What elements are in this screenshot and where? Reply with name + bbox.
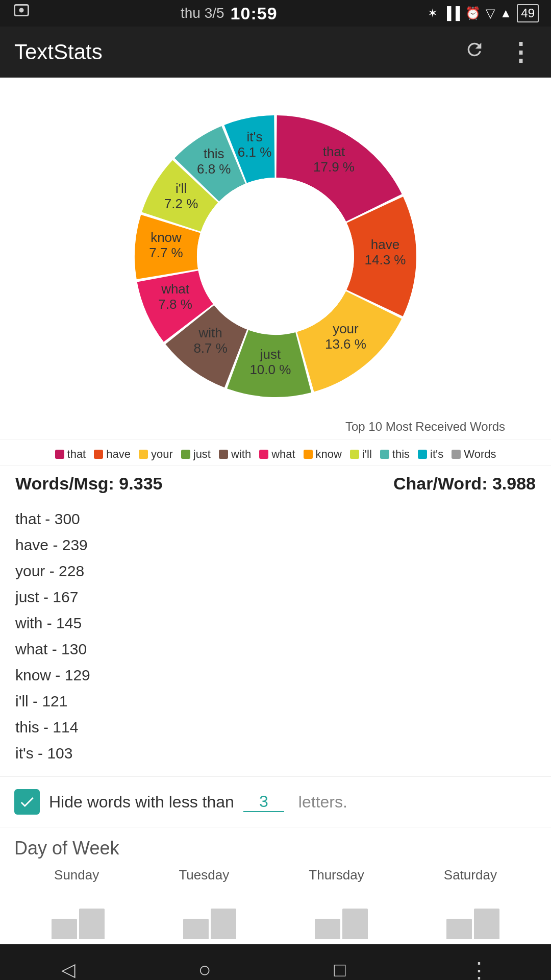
legend-dot-Words [452,450,461,459]
day-bar-sunday-1 [79,909,105,939]
stats-row: Words/Msg: 9.335 Char/Word: 3.988 [0,465,551,502]
day-bar-group-tuesday [183,909,236,939]
segment-label-your: your [333,321,359,336]
day-bar-thursday-1 [342,909,368,939]
chart-container: that17.9 %have14.3 %your13.6 %just10.0 %… [0,78,551,439]
wifi-icon: ▽ [486,6,495,20]
day-bar-group-saturday [446,909,499,939]
hide-words-checkbox[interactable] [14,789,40,815]
network-icon: ▲ [500,6,512,20]
day-bars [14,888,537,939]
legend-label-your: your [151,448,173,461]
legend-dot-this [380,450,389,459]
legend-label-that: that [67,448,86,461]
legend-item-with: with [219,448,251,461]
legend-dot-with [219,450,228,459]
status-time: 10:59 [231,4,278,23]
word-count-what: what - 130 [15,636,536,662]
words-per-msg: Words/Msg: 9.335 [15,474,162,494]
segment-percent-have: 14.3 % [365,252,406,267]
legend-item-this: this [380,448,410,461]
day-header-sunday: Sunday [54,867,99,883]
segment-percent-what: 7.8 % [158,297,192,312]
hide-words-input[interactable]: 3 [243,792,284,812]
donut-hole [197,178,354,335]
nav-bar: ◁ ○ □ ⋮ [0,944,551,980]
legend-label-it's: it's [430,448,443,461]
word-count-that: that - 300 [15,506,536,532]
word-count-know: know - 129 [15,662,536,688]
word-count-this: this - 114 [15,714,536,740]
segment-percent-it's: 6.1 % [238,144,272,160]
letters-label: letters. [298,793,347,812]
legend-dot-know [304,450,313,459]
legend-dot-it's [418,450,427,459]
word-count-i'll: i'll - 121 [15,688,536,714]
svg-point-1 [19,8,24,12]
legend-dot-just [181,450,190,459]
nav-more-button[interactable]: ⋮ [453,949,505,981]
battery-icon: 49 [517,4,539,22]
segment-label-i'll: i'll [176,181,187,196]
status-image-icon [12,3,31,24]
refresh-button[interactable] [460,35,489,69]
day-bar-tuesday-1 [211,909,236,939]
segment-percent-know: 7.7 % [149,245,183,260]
segment-label-that: that [323,144,345,159]
legend-item-just: just [181,448,211,461]
word-list: that - 300have - 239your - 228just - 167… [0,502,551,776]
legend-item-your: your [139,448,173,461]
legend-item-Words: Words [452,448,496,461]
day-bar-sunday-0 [52,919,77,939]
status-icons: ✶ ▐▐ ⏰ ▽ ▲ 49 [428,4,539,22]
segment-percent-i'll: 7.2 % [164,196,198,211]
segment-label-know: know [151,230,182,245]
day-bar-group-sunday [52,909,105,939]
signal-icon: ▐▐ [443,6,460,20]
word-count-your: your - 228 [15,558,536,584]
app-actions: ⋮ [460,34,537,70]
recent-button[interactable]: □ [318,951,361,981]
legend-item-have: have [94,448,131,461]
hide-words-section: Hide words with less than 3 letters. [0,776,551,827]
legend-item-it's: it's [418,448,443,461]
legend-item-i'll: i'll [350,448,372,461]
main-content: that17.9 %have14.3 %your13.6 %just10.0 %… [0,78,551,944]
day-bar-saturday-0 [446,919,472,939]
donut-chart: that17.9 %have14.3 %your13.6 %just10.0 %… [112,93,439,420]
segment-label-what: what [161,281,190,297]
legend-dot-have [94,450,103,459]
day-bar-thursday-0 [315,919,340,939]
app-title: TextStats [14,40,103,64]
segment-percent-that: 17.9 % [313,159,355,175]
back-button[interactable]: ◁ [46,951,91,980]
segment-percent-your: 13.6 % [325,336,366,352]
segment-label-have: have [371,237,399,252]
word-count-have: have - 239 [15,532,536,558]
app-bar: TextStats ⋮ [0,27,551,78]
legend-label-have: have [106,448,131,461]
word-count-just: just - 167 [15,584,536,610]
home-button[interactable]: ○ [183,949,227,980]
bluetooth-icon: ✶ [428,6,438,20]
segment-percent-just: 10.0 % [249,362,291,377]
day-bar-tuesday-0 [183,919,209,939]
day-bar-saturday-1 [474,909,499,939]
chart-title: Top 10 Most Received Words [345,420,520,433]
legend-label-Words: Words [464,448,496,461]
more-options-button[interactable]: ⋮ [504,34,537,70]
day-header-thursday: Thursday [309,867,364,883]
segment-label-it's: it's [247,129,263,144]
segment-percent-this: 6.8 % [197,161,231,177]
legend-dot-your [139,450,148,459]
legend-dot-i'll [350,450,359,459]
day-headers: SundayTuesdayThursdaySaturday [14,867,537,883]
legend-label-what: what [271,448,295,461]
day-header-saturday: Saturday [444,867,497,883]
legend-dot-what [259,450,268,459]
char-per-word: Char/Word: 3.988 [393,474,536,494]
legend-label-just: just [193,448,211,461]
alarm-icon: ⏰ [465,6,481,20]
hide-words-label: Hide words with less than [49,793,234,812]
legend-item-that: that [55,448,86,461]
